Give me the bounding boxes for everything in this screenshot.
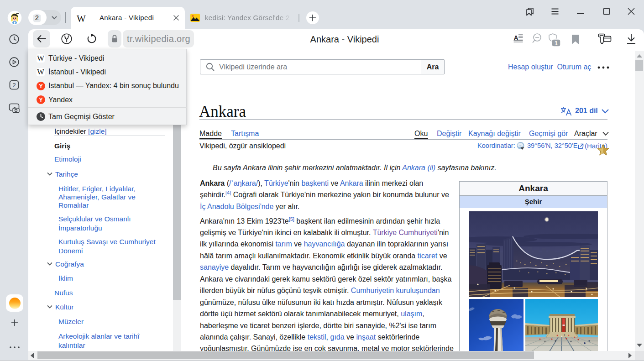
svg-text:2: 2 [12, 82, 16, 89]
svg-text:2: 2 [35, 14, 39, 21]
svg-text:1: 1 [555, 40, 558, 47]
svg-text:A: A [513, 34, 518, 42]
